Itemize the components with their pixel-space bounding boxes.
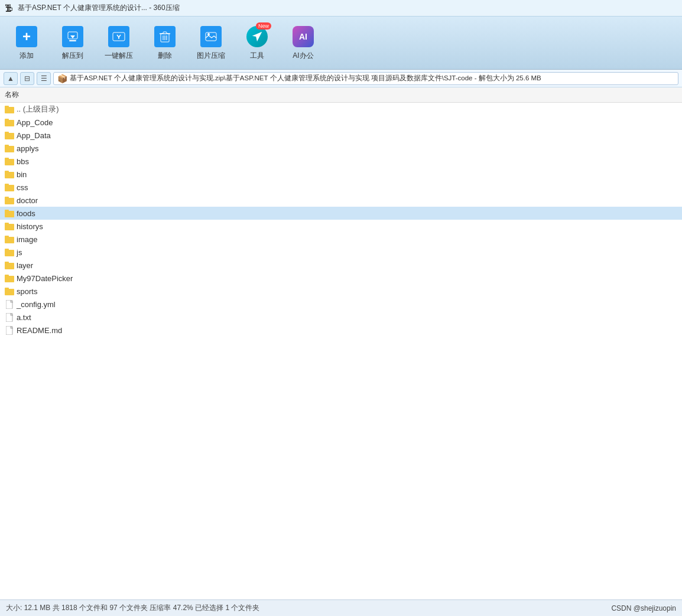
svg-rect-13 [5, 106, 9, 108]
delete-icon-container [153, 25, 177, 48]
list-item[interactable]: applys [0, 142, 682, 155]
onekey-label: 一键解压 [105, 51, 133, 61]
file-name: bbs [17, 157, 29, 166]
svg-point-11 [207, 33, 210, 35]
imgcompress-button[interactable]: 图片压缩 [190, 22, 232, 64]
file-name: My97DatePicker [17, 274, 73, 283]
imgcompress-label: 图片压缩 [197, 51, 225, 61]
svg-rect-25 [5, 184, 9, 186]
add-button[interactable]: + 添加 [6, 22, 47, 64]
tool-button[interactable]: New 工具 [236, 22, 278, 64]
svg-rect-15 [5, 119, 9, 121]
ai-icon-container: AI [291, 25, 315, 48]
window-title: 基于ASP.NET 个人健康管理系统的设计... - 360压缩 [18, 3, 180, 13]
imgcompress-icon [200, 26, 222, 47]
file-name: applys [17, 144, 39, 153]
file-icon [5, 312, 14, 322]
svg-rect-29 [5, 210, 9, 212]
folder-icon [5, 234, 14, 244]
list-item[interactable]: foods [0, 207, 682, 220]
folder-icon [5, 221, 14, 231]
folder-icon [5, 118, 14, 127]
list-item[interactable]: My97DatePicker [0, 272, 682, 285]
file-name: foods [17, 209, 35, 218]
svg-rect-33 [5, 236, 9, 238]
list-item[interactable]: css [0, 181, 682, 194]
list-item[interactable]: .. (上级目录) [0, 103, 682, 116]
file-name: doctor [17, 196, 38, 205]
list-item[interactable]: App_Data [0, 129, 682, 142]
file-icon [5, 299, 14, 309]
file-name: layer [17, 261, 33, 270]
file-name: historys [17, 222, 43, 231]
list-item[interactable]: _config.yml [0, 298, 682, 311]
svg-rect-19 [5, 145, 9, 147]
file-name: App_Code [17, 118, 53, 127]
folder-icon [5, 131, 14, 140]
svg-rect-39 [5, 275, 9, 277]
add-icon-container: + [15, 25, 38, 48]
folder-icon [5, 182, 14, 192]
list-item[interactable]: App_Code [0, 116, 682, 129]
svg-rect-6 [163, 32, 167, 34]
file-name: App_Data [17, 131, 51, 140]
extract-button[interactable]: 解压到 [52, 22, 93, 64]
parent-dir-icon [5, 105, 14, 114]
folder-icon [5, 157, 14, 166]
watermark: CSDN @shejizuopin [611, 604, 676, 612]
list-item[interactable]: bbs [0, 155, 682, 168]
file-name: _config.yml [17, 300, 56, 309]
file-name: image [17, 235, 37, 244]
list-item[interactable]: historys [0, 220, 682, 233]
list-item[interactable]: a.txt [0, 311, 682, 324]
file-name: js [17, 248, 22, 257]
extract-icon-container [61, 25, 85, 48]
file-list[interactable]: .. (上级目录)App_CodeApp_Dataapplysbbsbincss… [0, 103, 682, 599]
list-item[interactable]: js [0, 246, 682, 259]
list-item[interactable]: layer [0, 259, 682, 272]
ai-button[interactable]: AI AI办公 [282, 22, 324, 64]
svg-rect-23 [5, 171, 9, 173]
name-column-header: 名称 [5, 90, 19, 100]
list-item[interactable]: README.md [0, 324, 682, 337]
nav-path-text: 基于ASP.NET 个人健康管理系统的设计与实现.zip\基于ASP.NET 个… [70, 74, 541, 83]
tool-label: 工具 [250, 51, 264, 61]
folder-icon [5, 195, 14, 205]
svg-rect-27 [5, 197, 9, 199]
delete-icon [154, 26, 176, 47]
folder-icon [5, 208, 14, 218]
nav-path-icon: 📦 [57, 74, 67, 83]
file-icon [5, 325, 14, 335]
tool-icon-container: New [245, 25, 269, 48]
file-name: css [17, 183, 28, 192]
svg-rect-35 [5, 249, 9, 251]
toolbar: + 添加 解压到 一键解压 [0, 17, 682, 70]
folder-icon [5, 170, 14, 179]
folder-icon [5, 247, 14, 257]
extract-icon [62, 26, 83, 47]
nav-bar: ▲ ⊟ ☰ 📦 基于ASP.NET 个人健康管理系统的设计与实现.zip\基于A… [0, 70, 682, 87]
folder-icon [5, 260, 14, 270]
folder-icon [5, 286, 14, 296]
svg-rect-41 [5, 288, 9, 290]
add-label: 添加 [20, 51, 34, 61]
ai-label: AI办公 [293, 51, 313, 61]
onekey-icon-container [107, 25, 131, 48]
onekey-button[interactable]: 一键解压 [98, 22, 139, 64]
list-item[interactable]: doctor [0, 194, 682, 207]
nav-grid-button[interactable]: ⊟ [20, 72, 34, 85]
list-item[interactable]: sports [0, 285, 682, 298]
nav-list-button[interactable]: ☰ [37, 72, 51, 85]
svg-rect-21 [5, 158, 9, 160]
delete-button[interactable]: 删除 [144, 22, 186, 64]
ai-icon: AI [293, 26, 314, 47]
list-item[interactable]: bin [0, 168, 682, 181]
extract-label: 解压到 [62, 51, 83, 61]
delete-label: 删除 [158, 51, 172, 61]
new-badge: New [256, 22, 271, 30]
nav-up-button[interactable]: ▲ [4, 72, 18, 85]
list-item[interactable]: image [0, 233, 682, 246]
add-icon: + [16, 26, 37, 47]
file-name: bin [17, 170, 27, 179]
file-name: .. (上级目录) [17, 104, 59, 115]
